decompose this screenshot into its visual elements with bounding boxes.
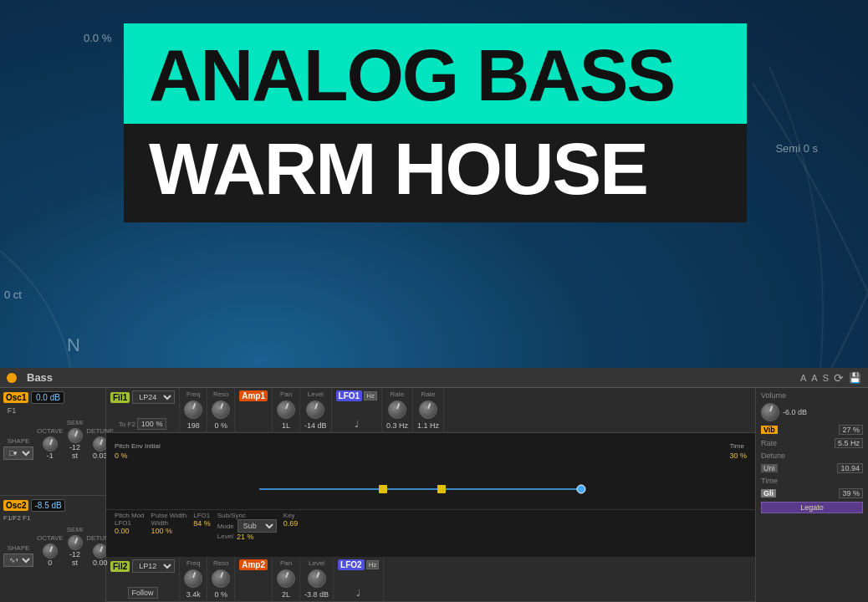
volume-row: Volume xyxy=(761,391,863,400)
pulse-width2-label: LFO1 xyxy=(193,512,211,519)
lfo1-rate-knob[interactable] xyxy=(388,400,406,419)
gli-val[interactable]: 39 % xyxy=(839,488,863,498)
pulse-width2-val: 84 % xyxy=(193,519,211,528)
filter1-type[interactable]: LP24 LP12 HP24 xyxy=(132,390,175,404)
osc1-octave-knob[interactable] xyxy=(43,436,58,452)
lfo2-label[interactable]: LFO2 xyxy=(338,559,365,570)
amp1-label[interactable]: Amp1 xyxy=(239,390,268,401)
filter2-header: Fil2 LP12 LP24 HP24 xyxy=(110,559,175,573)
filter2-freq-knob[interactable] xyxy=(184,569,202,588)
filter1-reso-knob[interactable] xyxy=(212,400,230,419)
lfo1-label[interactable]: LFO1 xyxy=(336,390,363,401)
pulse-width2-group: LFO1 84 % xyxy=(193,512,211,541)
pitch-env-group: Pitch Env Initial 0 % xyxy=(115,436,161,460)
header-icon-a2[interactable]: A xyxy=(811,373,817,383)
filter1-freq-val: 198 xyxy=(187,421,200,430)
pitch-mod-val: 0.00 xyxy=(115,527,145,535)
sub-sync-level-row: Level 21 % xyxy=(217,533,277,541)
rate-label: Rate xyxy=(761,439,777,447)
lfo1-note[interactable]: ♩ xyxy=(355,419,359,430)
volume-knob[interactable] xyxy=(761,403,779,421)
osc1-row1: Osc1 0.0 dB xyxy=(3,391,102,404)
osc1-db[interactable]: 0.0 dB xyxy=(31,391,64,404)
lfo1-rate2-knob[interactable] xyxy=(419,400,437,419)
time-group: Time 30 % xyxy=(729,436,747,460)
filter1-label[interactable]: Fil1 xyxy=(110,392,130,403)
amp2-level-knob[interactable] xyxy=(308,569,326,588)
amp2-pan-knob[interactable] xyxy=(277,569,295,588)
filter2-freq-val: 3.4k xyxy=(186,590,201,599)
detune-val[interactable]: 10.94 xyxy=(837,463,863,473)
osc2-db[interactable]: -8.5 dB xyxy=(31,499,64,512)
pitch-env-val: 0 % xyxy=(115,452,161,460)
filter1-reso-label: Reso xyxy=(213,390,229,398)
osc2-semi-knob[interactable] xyxy=(68,535,83,550)
osc2-octave-knob[interactable] xyxy=(43,543,58,559)
osc1-label[interactable]: Osc1 xyxy=(3,392,28,403)
filter1-pct[interactable]: 100 % xyxy=(137,418,167,430)
amp1-level-knob[interactable] xyxy=(306,400,324,419)
detune-type[interactable]: Uni xyxy=(761,464,778,472)
osc2-shape-group: Shape ∿▾ □ ∧ xyxy=(3,544,33,567)
amp1-group: Amp1 xyxy=(235,388,273,432)
filter2-reso-knob[interactable] xyxy=(212,569,230,588)
filter2-type[interactable]: LP12 LP24 HP24 xyxy=(132,559,175,573)
amp1-level-group: Level -14 dB xyxy=(300,388,332,432)
pulse-width-label: Pulse Width xyxy=(151,512,187,519)
lfo1-rate-label: Rate xyxy=(390,390,404,398)
vib-row: Vib 27 % xyxy=(761,425,863,435)
envelope-graph[interactable]: Pitch Env Initial 0 % Time 30 % xyxy=(106,433,755,557)
header-icon-s[interactable]: S xyxy=(823,373,829,383)
osc2-octave-val: 0 xyxy=(48,559,52,567)
svg-point-8 xyxy=(577,485,585,493)
header-save-icon[interactable]: 💾 xyxy=(849,372,861,384)
sub-sync-select[interactable]: Sub Sync xyxy=(237,519,277,533)
sub-sync-group: Sub/Sync Mode Sub Sync Level 21 % xyxy=(217,512,277,541)
vib-val[interactable]: 27 % xyxy=(839,425,863,435)
title-warm-house: WARM HOUSE xyxy=(149,132,722,206)
vib-badge[interactable]: Vib xyxy=(761,426,778,434)
params-row-bottom: Fil2 LP12 LP24 HP24 Follow Freq xyxy=(106,557,755,602)
synth-panel: Bass A A S ⟳ 💾 Osc1 0.0 dB F1 Shape xyxy=(0,368,868,602)
rate-val[interactable]: 5.5 Hz xyxy=(835,438,863,448)
osc2-section: Osc2 -8.5 dB F1/F2 F1 Shape ∿▾ □ ∧ xyxy=(0,496,105,603)
lfo1-rate2-label: Rate xyxy=(421,390,435,398)
filter1-to-row: To F2 100 % xyxy=(119,418,167,430)
lfo1-hz[interactable]: Hz xyxy=(364,391,377,400)
envelope-svg[interactable] xyxy=(106,460,755,506)
envelope-section: Pitch Env Initial 0 % Time 30 % xyxy=(106,433,755,557)
osc1-semi-knob[interactable] xyxy=(68,428,83,443)
amp1-pan-knob[interactable] xyxy=(277,400,295,419)
amp2-level-val: -3.8 dB xyxy=(304,590,329,599)
gli-badge[interactable]: Gli xyxy=(761,489,776,497)
osc2-row1: Osc2 -8.5 dB xyxy=(3,499,102,512)
header-settings-icon[interactable]: ⟳ xyxy=(834,371,844,385)
title-block: ANALOG BASS WARM HOUSE xyxy=(124,23,747,222)
synth-header: Bass A A S ⟳ 💾 xyxy=(0,368,868,388)
osc2-shape-label: Shape xyxy=(7,544,29,552)
pulse-width-sub: Width xyxy=(151,519,187,527)
amp2-label[interactable]: Amp2 xyxy=(239,559,268,570)
filter2-follow[interactable]: Follow xyxy=(128,587,158,599)
legato-button[interactable]: Legato xyxy=(761,502,863,513)
title-bottom-bar: WARM HOUSE xyxy=(124,124,747,222)
gli-row: Gli 39 % xyxy=(761,488,863,498)
amp2-level-label: Level xyxy=(309,559,324,567)
osc2-shape-select[interactable]: ∿▾ □ ∧ xyxy=(3,554,33,567)
osc-panel: Osc1 0.0 dB F1 Shape □▾ ∿ ∧ xyxy=(0,388,106,602)
corner-label-semi: Semi 0 s xyxy=(775,142,818,155)
env-top-labels: Pitch Env Initial 0 % Time 30 % xyxy=(106,433,755,460)
amp1-level-label: Level xyxy=(308,390,324,398)
filter1-freq-knob[interactable] xyxy=(184,400,202,419)
osc2-label[interactable]: Osc2 xyxy=(3,500,28,511)
filter2-label[interactable]: Fil2 xyxy=(110,561,130,572)
pulse-width-group: Pulse Width Width 100 % xyxy=(151,512,187,541)
pitch-mod-sub: LFO1 xyxy=(115,519,145,527)
osc2-detune-val: 0.00 xyxy=(93,559,108,567)
lfo2-hz[interactable]: Hz xyxy=(366,560,380,569)
filter1-freq-group: Freq 198 xyxy=(180,388,207,432)
header-icon-a1[interactable]: A xyxy=(800,373,806,383)
osc1-shape-select[interactable]: □▾ ∿ ∧ xyxy=(3,446,33,460)
lfo2-note[interactable]: ♩ xyxy=(356,588,360,599)
osc1-semi-group: Semi -12 st xyxy=(67,419,84,460)
